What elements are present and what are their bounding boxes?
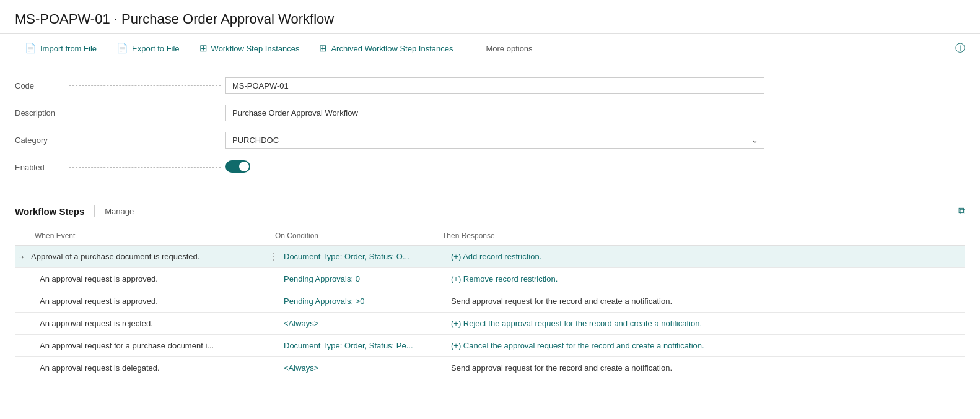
table-row[interactable]: An approval request is delegated. ⋮ <Alw… bbox=[15, 357, 965, 379]
on-cell: Pending Approvals: >0 bbox=[280, 290, 447, 312]
code-row: Code bbox=[15, 76, 965, 95]
category-row: Category PURCHDOC ⌄ bbox=[15, 130, 965, 150]
description-label-wrap: Description bbox=[15, 108, 225, 118]
then-text: (+) Remove record restriction. bbox=[451, 274, 558, 283]
code-input[interactable] bbox=[225, 77, 764, 94]
then-cell: Send approval request for the record and… bbox=[447, 290, 965, 312]
manage-button[interactable]: Manage bbox=[105, 207, 134, 216]
when-cell: An approval request is approved. bbox=[27, 290, 268, 312]
info-button[interactable]: ⓘ bbox=[955, 42, 965, 55]
toolbar-separator bbox=[468, 40, 468, 57]
then-cell: Send approval request for the record and… bbox=[447, 357, 965, 379]
table-row[interactable]: An approval request is rejected. ⋮ <Alwa… bbox=[15, 313, 965, 335]
table-row[interactable]: An approval request is approved. ⋮ Pendi… bbox=[15, 268, 965, 290]
enabled-dots bbox=[69, 167, 221, 168]
category-select-wrap: PURCHDOC ⌄ bbox=[225, 132, 764, 149]
toggle-track bbox=[225, 160, 250, 173]
on-text: Pending Approvals: >0 bbox=[284, 296, 364, 306]
table-icon-1: ⊞ bbox=[199, 43, 208, 54]
expand-icon[interactable]: ⧉ bbox=[958, 205, 965, 217]
code-control bbox=[225, 77, 764, 94]
when-cell: An approval request for a purchase docum… bbox=[27, 335, 268, 356]
when-cell: An approval request is rejected. bbox=[27, 313, 268, 334]
on-text: Document Type: Order, Status: O... bbox=[284, 252, 409, 261]
table-header: When Event On Condition Then Response bbox=[15, 225, 965, 245]
drag-handle-icon[interactable]: ⋮ bbox=[268, 246, 280, 267]
toggle-thumb bbox=[239, 162, 249, 171]
enabled-label: Enabled bbox=[15, 163, 64, 172]
export-label: Export to File bbox=[132, 44, 180, 53]
on-cell: <Always> bbox=[280, 313, 447, 334]
toolbar: 📄 Import from File 📄 Export to File ⊞ Wo… bbox=[0, 33, 980, 63]
enabled-control bbox=[225, 160, 764, 175]
workflow-steps-title: Workflow Steps bbox=[15, 206, 84, 217]
code-label: Code bbox=[15, 81, 64, 90]
drag-handle-icon: ⋮ bbox=[268, 313, 280, 334]
then-cell: (+) Remove record restriction. bbox=[447, 268, 965, 290]
info-icon: ⓘ bbox=[955, 43, 965, 53]
table-row[interactable]: → Approval of a purchase document is req… bbox=[15, 246, 965, 268]
import-icon: 📄 bbox=[25, 43, 37, 54]
on-condition-header: On Condition bbox=[275, 231, 442, 240]
when-cell: Approval of a purchase document is reque… bbox=[27, 246, 268, 267]
then-cell: (+) Reject the approval request for the … bbox=[447, 313, 965, 334]
then-text: (+) Add record restriction. bbox=[451, 252, 541, 261]
on-text: <Always> bbox=[284, 319, 318, 328]
category-control: PURCHDOC ⌄ bbox=[225, 132, 764, 149]
on-text: <Always> bbox=[284, 363, 318, 373]
enabled-toggle[interactable] bbox=[225, 160, 250, 173]
when-event-header: When Event bbox=[15, 231, 275, 240]
table-body: → Approval of a purchase document is req… bbox=[15, 245, 965, 379]
table-icon-2: ⊞ bbox=[319, 43, 327, 54]
table-row[interactable]: An approval request for a purchase docum… bbox=[15, 335, 965, 357]
row-arrow-icon bbox=[15, 313, 27, 334]
table-row[interactable]: An approval request is approved. ⋮ Pendi… bbox=[15, 290, 965, 313]
archived-label: Archived Workflow Step Instances bbox=[331, 44, 453, 53]
description-row: Description bbox=[15, 103, 965, 123]
then-response-header: Then Response bbox=[442, 231, 965, 240]
row-arrow-icon bbox=[15, 290, 27, 312]
drag-handle-icon: ⋮ bbox=[268, 357, 280, 379]
when-text: Approval of a purchase document is reque… bbox=[31, 252, 199, 261]
description-dots bbox=[69, 113, 221, 113]
workflow-step-instances-button[interactable]: ⊞ Workflow Step Instances bbox=[190, 34, 310, 63]
export-icon: 📄 bbox=[116, 43, 128, 54]
code-label-wrap: Code bbox=[15, 81, 225, 90]
when-cell: An approval request is delegated. bbox=[27, 357, 268, 379]
code-dots bbox=[69, 85, 221, 86]
then-text: (+) Cancel the approval request for the … bbox=[451, 341, 704, 350]
on-cell: Document Type: Order, Status: O... bbox=[280, 246, 447, 267]
then-text: Send approval request for the record and… bbox=[451, 363, 672, 373]
page-header: MS-POAPW-01 · Purchase Order Approval Wo… bbox=[0, 0, 980, 33]
import-from-file-button[interactable]: 📄 Import from File bbox=[15, 34, 107, 63]
on-cell: <Always> bbox=[280, 357, 447, 379]
when-cell: An approval request is approved. bbox=[27, 268, 268, 290]
when-text: An approval request is rejected. bbox=[40, 319, 153, 328]
when-text: An approval request is approved. bbox=[40, 296, 158, 306]
on-cell: Pending Approvals: 0 bbox=[280, 268, 447, 290]
more-options-button[interactable]: More options bbox=[476, 34, 542, 63]
workflow-steps-header: Workflow Steps Manage ⧉ bbox=[0, 197, 980, 225]
description-input[interactable] bbox=[225, 105, 764, 121]
drag-handle-icon: ⋮ bbox=[268, 268, 280, 290]
archived-workflow-button[interactable]: ⊞ Archived Workflow Step Instances bbox=[309, 34, 463, 63]
workflow-steps-separator bbox=[94, 205, 95, 217]
page-title: MS-POAPW-01 · Purchase Order Approval Wo… bbox=[15, 11, 965, 27]
export-to-file-button[interactable]: 📄 Export to File bbox=[107, 34, 190, 63]
when-text: An approval request is delegated. bbox=[40, 363, 160, 373]
then-cell: (+) Add record restriction. bbox=[447, 246, 965, 267]
drag-handle-icon: ⋮ bbox=[268, 290, 280, 312]
category-select[interactable]: PURCHDOC bbox=[225, 132, 764, 149]
row-arrow-icon bbox=[15, 268, 27, 290]
when-text: An approval request for a purchase docum… bbox=[40, 341, 214, 350]
import-label: Import from File bbox=[40, 44, 97, 53]
row-arrow-icon bbox=[15, 357, 27, 379]
then-text: Send approval request for the record and… bbox=[451, 296, 672, 306]
on-text: Document Type: Order, Status: Pe... bbox=[284, 341, 413, 350]
enabled-row: Enabled bbox=[15, 157, 965, 177]
enabled-label-wrap: Enabled bbox=[15, 163, 225, 172]
workflow-step-label: Workflow Step Instances bbox=[211, 44, 300, 53]
description-control bbox=[225, 105, 764, 121]
category-label-wrap: Category bbox=[15, 136, 225, 145]
row-arrow-icon bbox=[15, 335, 27, 356]
